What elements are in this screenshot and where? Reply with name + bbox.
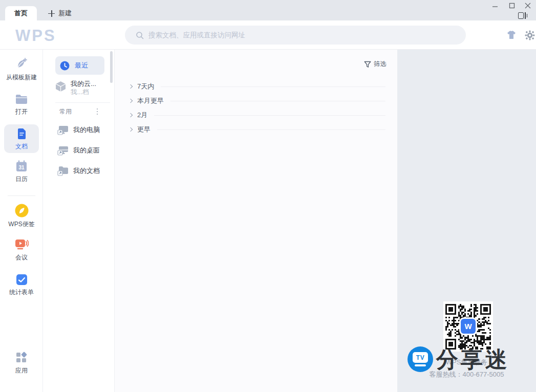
nav-item-my-computer[interactable]: 我的电脑 — [57, 124, 113, 136]
new-tab-label: 新建 — [58, 9, 72, 18]
more-options-icon[interactable] — [94, 108, 100, 115]
documents-folder-shortcut-icon — [57, 166, 69, 176]
service-promo-panel: W WPS售后服务 客服热线：400-677-5005 TV 分享迷 — [397, 50, 536, 392]
group-label: 7天内 — [137, 82, 154, 91]
notes-icon — [15, 204, 29, 217]
scrollbar-thumb[interactable] — [110, 51, 113, 83]
nav-recent-label: 最近 — [75, 61, 88, 70]
group-row-earlier[interactable]: 更早 — [115, 122, 397, 137]
tab-home[interactable]: 首页 — [5, 6, 37, 20]
group-row-february[interactable]: 2月 — [115, 108, 397, 122]
minimize-button[interactable] — [490, 1, 500, 10]
filter-button[interactable]: 筛选 — [364, 60, 387, 69]
cloud-docs-title: 我的云... — [71, 79, 96, 88]
funnel-icon — [364, 61, 371, 68]
template-pen-icon — [15, 57, 29, 71]
group-divider — [161, 86, 385, 87]
sidebar-label: 文档 — [15, 142, 28, 151]
nav-item-label: 我的文档 — [73, 166, 100, 176]
nav-item-my-desktop[interactable]: 我的桌面 — [57, 145, 113, 156]
sidebar-label: 应用 — [15, 366, 28, 375]
app-header: WPS — [0, 20, 536, 50]
theme-skin-icon[interactable] — [506, 30, 517, 41]
new-tab-button[interactable]: 新建 — [43, 6, 77, 20]
close-button[interactable] — [523, 1, 532, 10]
wps-home-window: 首页 新建 WPS — [0, 0, 536, 392]
recent-files-area: 筛选 7天内 本月更早 2月 — [115, 50, 397, 392]
sidebar-item-open[interactable]: 打开 — [0, 94, 43, 116]
section-title-frequent: 常用 — [59, 107, 72, 116]
sidebar-item-forms[interactable]: 统计表单 — [0, 274, 43, 297]
service-qr-code: W — [443, 301, 493, 352]
sidebar-label: 统计表单 — [9, 288, 34, 297]
document-icon — [16, 128, 28, 140]
group-row-earlier-this-month[interactable]: 本月更早 — [115, 94, 397, 108]
content-area: 从模板新建 打开 文档 31 — [0, 50, 536, 392]
filter-label: 筛选 — [374, 60, 387, 69]
sidebar-label: WPS便签 — [8, 220, 34, 229]
computer-shortcut-icon — [57, 125, 69, 135]
sidebar-item-calendar[interactable]: 31 日历 — [0, 160, 43, 184]
sidebar-item-wps-notes[interactable]: WPS便签 — [0, 204, 43, 229]
nav-item-label: 我的电脑 — [73, 125, 100, 135]
group-label: 2月 — [137, 111, 147, 120]
group-divider — [154, 115, 385, 116]
sidebar-dock-icon[interactable] — [518, 11, 528, 20]
group-divider — [170, 101, 385, 101]
folder-icon — [15, 94, 28, 105]
nav-item-recent[interactable]: 最近 — [55, 56, 104, 75]
settings-gear-icon[interactable] — [524, 30, 535, 41]
sidebar-item-apps[interactable]: 应用 — [0, 352, 43, 375]
svg-text:31: 31 — [18, 165, 25, 170]
service-title: WPS售后服务 — [397, 358, 536, 367]
group-row-7days[interactable]: 7天内 — [115, 79, 397, 94]
cloud-docs-subtitle: 我...档 — [71, 88, 96, 96]
sidebar-label: 打开 — [15, 107, 28, 116]
apps-grid-icon — [15, 352, 28, 364]
documents-nav-panel: 最近 我的云... 我...档 常用 — [43, 50, 115, 392]
service-hotline: 客服热线：400-677-5005 — [397, 370, 536, 379]
sidebar-label: 从模板新建 — [6, 73, 37, 82]
date-groups: 7天内 本月更早 2月 更早 — [115, 79, 397, 137]
tab-home-label: 首页 — [14, 9, 28, 18]
nav-divider — [55, 102, 110, 103]
group-label: 本月更早 — [137, 96, 164, 105]
group-label: 更早 — [137, 125, 151, 134]
sidebar-divider — [8, 195, 35, 196]
nav-item-label: 我的桌面 — [73, 146, 100, 155]
nav-item-cloud-docs[interactable]: 我的云... 我...档 — [55, 79, 111, 96]
maximize-button[interactable] — [507, 1, 517, 10]
tab-bar: 首页 新建 — [0, 0, 536, 20]
wps-qr-logo: W — [461, 319, 476, 334]
sidebar-label: 会议 — [15, 253, 28, 262]
calendar-icon: 31 — [15, 160, 28, 172]
sidebar-item-meeting[interactable]: 会议 — [0, 238, 43, 262]
chevron-right-icon — [128, 99, 133, 103]
primary-sidebar: 从模板新建 打开 文档 31 — [0, 50, 43, 392]
nav-item-my-documents[interactable]: 我的文档 — [57, 165, 113, 177]
search-icon — [136, 31, 144, 39]
clock-icon — [60, 61, 70, 71]
cloud-box-icon — [55, 81, 66, 92]
chevron-right-icon — [128, 127, 133, 132]
forms-icon — [16, 274, 28, 286]
sidebar-label: 日历 — [15, 175, 28, 184]
sidebar-item-new-from-template[interactable]: 从模板新建 — [0, 57, 43, 82]
search-input[interactable] — [148, 31, 435, 39]
desktop-shortcut-icon — [57, 145, 69, 156]
plus-icon — [48, 10, 55, 17]
chevron-right-icon — [128, 84, 133, 89]
sidebar-item-docs[interactable]: 文档 — [0, 128, 43, 151]
wps-logo: WPS — [15, 27, 56, 45]
search-bar[interactable] — [125, 26, 466, 45]
meeting-icon — [15, 238, 29, 251]
chevron-right-icon — [128, 113, 133, 117]
group-divider — [157, 129, 385, 130]
